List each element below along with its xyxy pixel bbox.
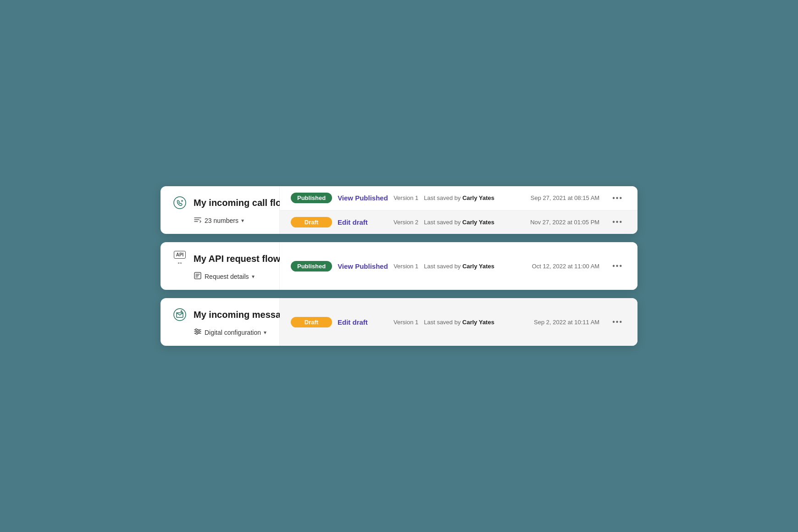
flows-container: My incoming call flow23 numbers▾Publishe… — [161, 186, 637, 346]
svg-point-5 — [196, 332, 198, 334]
flow-card-incoming-call-flow: My incoming call flow23 numbers▾Publishe… — [161, 186, 637, 234]
last-saved-incoming-message-flow-0: Last saved by Carly Yates — [424, 319, 494, 326]
svg-point-0 — [174, 197, 186, 209]
flow-card-incoming-message-flow: My incoming message flowDigital configur… — [161, 298, 637, 346]
version-label-incoming-call-flow-1: Version 2 — [393, 219, 418, 226]
flow-card-api-request-flow: API ↔ My API request flowRequest details… — [161, 242, 637, 290]
action-link-api-request-flow-0[interactable]: View Published — [338, 262, 388, 270]
timestamp-incoming-call-flow-1: Nov 27, 2022 at 01:05 PM — [530, 219, 599, 226]
action-link-incoming-call-flow-1[interactable]: Edit draft — [338, 218, 388, 226]
last-saved-api-request-flow-0: Last saved by Carly Yates — [424, 263, 494, 270]
version-row-api-request-flow-0: PublishedView PublishedVersion 1Last sav… — [280, 242, 637, 290]
version-label-incoming-message-flow-0: Version 1 — [393, 319, 418, 326]
message-flow-icon — [172, 306, 188, 323]
flow-title-row-api-request-flow: API ↔ My API request flow — [172, 250, 268, 267]
draft-badge: Draft — [291, 317, 332, 327]
action-link-incoming-call-flow-0[interactable]: View Published — [338, 194, 388, 202]
flow-sub-label-incoming-message-flow: Digital configuration — [205, 329, 261, 336]
last-saved-incoming-call-flow-0: Last saved by Carly Yates — [424, 194, 494, 201]
phone-flow-icon — [172, 194, 188, 211]
api-icon: API ↔ — [172, 250, 188, 267]
flow-left-api-request-flow: API ↔ My API request flowRequest details… — [161, 242, 280, 290]
more-options-button[interactable]: ••• — [609, 316, 626, 328]
request-icon — [194, 272, 202, 282]
version-row-incoming-call-flow-1: DraftEdit draftVersion 2Last saved by Ca… — [280, 211, 637, 234]
chevron-down-icon: ▾ — [241, 217, 244, 224]
digital-config-icon — [194, 327, 202, 338]
version-row-incoming-call-flow-0: PublishedView PublishedVersion 1Last sav… — [280, 186, 637, 210]
flow-title-row-incoming-call-flow: My incoming call flow — [172, 194, 268, 211]
action-link-incoming-message-flow-0[interactable]: Edit draft — [338, 318, 388, 326]
version-label-api-request-flow-0: Version 1 — [393, 263, 418, 270]
chevron-down-icon: ▾ — [252, 273, 255, 280]
version-rows-api-request-flow: PublishedView PublishedVersion 1Last sav… — [280, 242, 637, 290]
flow-title-incoming-call-flow: My incoming call flow — [194, 198, 288, 208]
more-options-button[interactable]: ••• — [609, 216, 626, 228]
flow-sub-label-api-request-flow: Request details — [205, 273, 249, 280]
timestamp-api-request-flow-0: Oct 12, 2022 at 11:00 AM — [532, 263, 599, 270]
version-label-incoming-call-flow-0: Version 1 — [393, 194, 418, 201]
more-options-button[interactable]: ••• — [609, 192, 626, 204]
last-saved-incoming-call-flow-1: Last saved by Carly Yates — [424, 219, 494, 226]
flow-sub-row-api-request-flow[interactable]: Request details▾ — [172, 272, 268, 282]
flow-top-section-incoming-message-flow: My incoming message flowDigital configur… — [161, 298, 637, 346]
flow-left-incoming-call-flow: My incoming call flow23 numbers▾ — [161, 186, 280, 234]
flow-top-section-api-request-flow: API ↔ My API request flowRequest details… — [161, 242, 637, 290]
flow-sub-label-incoming-call-flow: 23 numbers — [205, 217, 238, 224]
published-badge: Published — [291, 261, 332, 272]
flow-sub-row-incoming-message-flow[interactable]: Digital configuration▾ — [172, 327, 268, 338]
timestamp-incoming-message-flow-0: Sep 2, 2022 at 10:11 AM — [534, 319, 599, 326]
version-rows-incoming-call-flow: PublishedView PublishedVersion 1Last sav… — [280, 186, 637, 234]
flow-title-api-request-flow: My API request flow — [194, 254, 280, 264]
timestamp-incoming-call-flow-0: Sep 27, 2021 at 08:15 AM — [531, 194, 599, 201]
published-badge: Published — [291, 193, 332, 203]
svg-point-2 — [174, 309, 186, 321]
flow-sub-row-incoming-call-flow[interactable]: 23 numbers▾ — [172, 216, 268, 226]
version-rows-incoming-message-flow: DraftEdit draftVersion 1Last saved by Ca… — [280, 298, 637, 346]
numbers-icon — [194, 216, 202, 226]
draft-badge: Draft — [291, 217, 332, 227]
chevron-down-icon: ▾ — [264, 329, 266, 336]
more-options-button[interactable]: ••• — [609, 260, 626, 272]
flow-top-section-incoming-call-flow: My incoming call flow23 numbers▾Publishe… — [161, 186, 637, 234]
svg-point-3 — [195, 329, 197, 331]
flow-title-row-incoming-message-flow: My incoming message flow — [172, 306, 268, 323]
flow-left-incoming-message-flow: My incoming message flowDigital configur… — [161, 298, 280, 346]
svg-point-4 — [198, 331, 200, 332]
version-row-incoming-message-flow-0: DraftEdit draftVersion 1Last saved by Ca… — [280, 298, 637, 346]
